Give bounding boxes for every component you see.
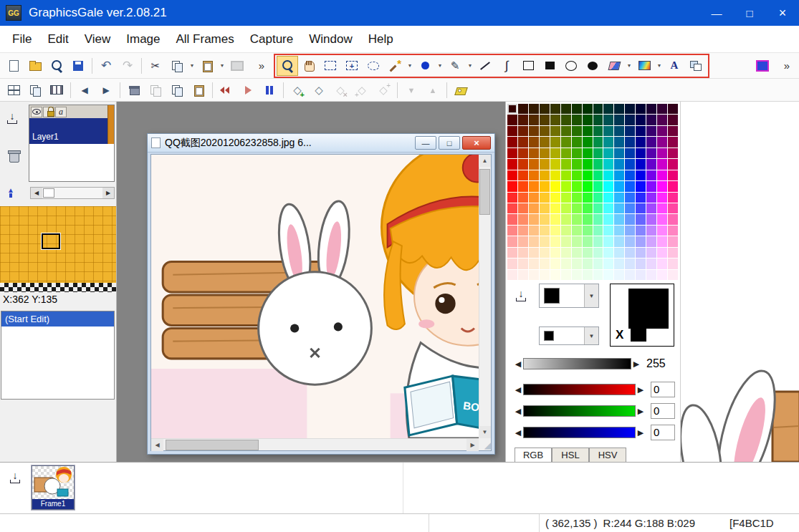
palette-swatch[interactable]: [593, 193, 603, 203]
palette-swatch[interactable]: [529, 193, 539, 203]
palette-swatch[interactable]: [540, 170, 550, 180]
palette-swatch[interactable]: [668, 104, 678, 114]
palette-swatch[interactable]: [540, 193, 550, 203]
gradation-button[interactable]: [633, 56, 655, 76]
palette-swatch[interactable]: [583, 181, 593, 191]
palette-swatch[interactable]: [507, 137, 517, 147]
save-file-button[interactable]: [67, 56, 89, 76]
zoom-window-button[interactable]: [46, 56, 67, 76]
onion-skin-button[interactable]: [308, 81, 330, 100]
palette-swatch[interactable]: [636, 148, 646, 158]
palette-swatch[interactable]: [593, 115, 603, 125]
palette-swatch[interactable]: [625, 170, 635, 180]
palette-swatch[interactable]: [583, 248, 593, 258]
palette-swatch[interactable]: [561, 181, 571, 191]
palette-swatch[interactable]: [561, 126, 571, 136]
palette-swatch[interactable]: [561, 193, 571, 203]
palette-swatch[interactable]: [603, 159, 613, 169]
palette-import-button[interactable]: [512, 286, 530, 305]
palette-swatch[interactable]: [561, 203, 571, 213]
image-minimize-button[interactable]: —: [415, 136, 436, 150]
palette-swatch[interactable]: [668, 203, 678, 213]
frame-import-button[interactable]: [6, 468, 24, 487]
palette-swatch[interactable]: [593, 148, 603, 158]
palette-swatch[interactable]: [507, 193, 517, 203]
palette-swatch[interactable]: [583, 115, 593, 125]
menu-window[interactable]: Window: [301, 26, 360, 53]
palette-swatch[interactable]: [529, 258, 539, 269]
palette-swatch[interactable]: [529, 148, 539, 158]
palette-swatch[interactable]: [550, 170, 560, 180]
palette-swatch[interactable]: [507, 126, 517, 136]
palette-swatch[interactable]: [561, 148, 571, 158]
palette-swatch[interactable]: [657, 115, 667, 125]
blue-value[interactable]: 0: [651, 425, 675, 440]
palette-swatch[interactable]: [625, 226, 635, 236]
frame-manager-button[interactable]: [3, 81, 24, 100]
palette-swatch[interactable]: [550, 193, 560, 203]
palette-swatch[interactable]: [540, 203, 550, 213]
secondary-image-window[interactable]: [680, 102, 799, 462]
tag-button[interactable]: [450, 81, 472, 100]
image-window[interactable]: QQ截图20201206232858.jpg 6... — □ ×: [147, 133, 495, 455]
minimize-button[interactable]: —: [700, 0, 733, 26]
palette-swatch[interactable]: [572, 115, 582, 125]
palette-swatch[interactable]: [583, 137, 593, 147]
palette-swatch[interactable]: [540, 126, 550, 136]
palette-swatch[interactable]: [593, 270, 603, 280]
palette-swatch[interactable]: [646, 248, 656, 258]
palette-swatch[interactable]: [540, 148, 550, 158]
frame-copy2-button[interactable]: [166, 81, 188, 100]
palette-swatch[interactable]: [625, 236, 635, 246]
palette-swatch[interactable]: [668, 115, 678, 125]
palette-swatch[interactable]: [518, 214, 528, 224]
menu-edit[interactable]: Edit: [39, 26, 76, 53]
palette-swatch[interactable]: [561, 258, 571, 269]
palette-swatch[interactable]: [561, 248, 571, 258]
palette-swatch[interactable]: [614, 258, 624, 269]
image-close-button[interactable]: ×: [462, 136, 491, 150]
canvas-area[interactable]: BOOK: [151, 155, 479, 438]
palette-swatch[interactable]: [646, 258, 656, 269]
palette-swatch[interactable]: [593, 226, 603, 236]
palette-swatch[interactable]: [614, 270, 624, 280]
line-button[interactable]: [474, 56, 496, 76]
palette-swatch[interactable]: [583, 270, 593, 280]
primary-color-preview[interactable]: [628, 289, 669, 329]
cut-button[interactable]: [145, 56, 166, 76]
palette-swatch[interactable]: [507, 170, 517, 180]
palette-swatch[interactable]: [625, 214, 635, 224]
palette-swatch[interactable]: [572, 203, 582, 213]
rectangle-button[interactable]: [517, 56, 539, 76]
palette-swatch[interactable]: [529, 104, 539, 114]
palette-swatch[interactable]: [529, 126, 539, 136]
palette-swatch[interactable]: [518, 181, 528, 191]
palette-swatch[interactable]: [529, 226, 539, 236]
select-move-button[interactable]: [341, 56, 363, 76]
palette-swatch[interactable]: [540, 270, 550, 280]
palette-swatch[interactable]: [583, 170, 593, 180]
magnifier-button[interactable]: [277, 56, 298, 76]
palette-swatch[interactable]: [583, 126, 593, 136]
palette-swatch[interactable]: [646, 170, 656, 180]
palette-swatch[interactable]: [614, 203, 624, 213]
palette-swatch[interactable]: [668, 226, 678, 236]
palette-swatch[interactable]: [657, 170, 667, 180]
palette-swatch[interactable]: [572, 159, 582, 169]
palette-swatch[interactable]: [518, 137, 528, 147]
palette-swatch[interactable]: [529, 137, 539, 147]
palette-swatch[interactable]: [657, 248, 667, 258]
prev-frame-button[interactable]: [74, 81, 95, 100]
palette-swatch[interactable]: [614, 248, 624, 258]
layer-alpha-button[interactable]: a: [55, 107, 67, 117]
menu-help[interactable]: Help: [360, 26, 401, 53]
blue-slider-track[interactable]: [523, 427, 636, 438]
palette-swatch[interactable]: [668, 258, 678, 269]
palette-swatch[interactable]: [583, 148, 593, 158]
maximize-button[interactable]: □: [733, 0, 766, 26]
overflow-button[interactable]: [780, 56, 793, 76]
palette-swatch[interactable]: [507, 258, 517, 269]
layer-import-button[interactable]: [3, 109, 21, 127]
palette-swatch[interactable]: [603, 137, 613, 147]
palette-swatch[interactable]: [657, 270, 667, 280]
